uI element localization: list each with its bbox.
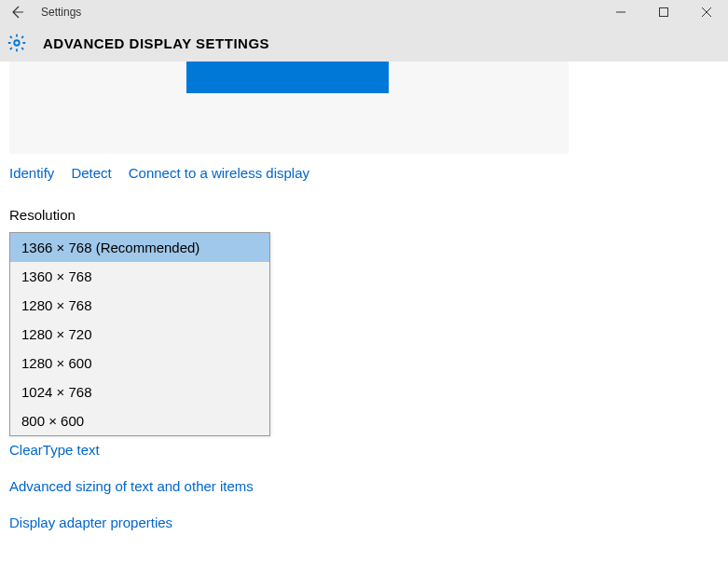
wireless-display-link[interactable]: Connect to a wireless display: [129, 165, 309, 181]
close-button[interactable]: [685, 0, 728, 24]
resolution-option[interactable]: 1280 × 720: [10, 320, 269, 349]
resolution-option[interactable]: 1360 × 768: [10, 262, 269, 291]
settings-gear: [0, 33, 34, 53]
page-header: ADVANCED DISPLAY SETTINGS: [0, 24, 728, 62]
resolution-option[interactable]: 1280 × 600: [10, 349, 269, 378]
detect-link[interactable]: Detect: [71, 165, 111, 181]
identify-link[interactable]: Identify: [9, 165, 54, 181]
back-arrow-icon: [9, 5, 24, 20]
window-controls: [599, 0, 728, 24]
titlebar: Settings: [0, 0, 728, 24]
resolution-option[interactable]: 800 × 600: [10, 406, 269, 435]
advanced-sizing-link[interactable]: Advanced sizing of text and other items: [9, 478, 719, 494]
minimize-button[interactable]: [599, 0, 642, 24]
maximize-button[interactable]: [642, 0, 685, 24]
content-area: Identify Detect Connect to a wireless di…: [0, 62, 728, 530]
display-preview: [9, 62, 569, 154]
page-title: ADVANCED DISPLAY SETTINGS: [43, 35, 269, 51]
back-button[interactable]: [0, 0, 34, 24]
resolution-label: Resolution: [9, 207, 719, 223]
minimize-icon: [616, 7, 625, 17]
maximize-icon: [659, 7, 668, 17]
monitor-thumbnail[interactable]: [186, 62, 389, 93]
svg-point-1: [14, 40, 20, 46]
gear-icon: [7, 33, 27, 53]
resolution-option[interactable]: 1280 × 768: [10, 291, 269, 320]
related-settings: ClearType text Advanced sizing of text a…: [9, 442, 719, 530]
resolution-option[interactable]: 1024 × 768: [10, 378, 269, 406]
window-title: Settings: [41, 6, 81, 19]
display-adapter-link[interactable]: Display adapter properties: [9, 515, 719, 530]
cleartype-link[interactable]: ClearType text: [9, 442, 719, 458]
resolution-option[interactable]: 1366 × 768 (Recommended): [10, 233, 269, 262]
svg-rect-0: [660, 8, 668, 17]
close-icon: [702, 7, 711, 17]
display-actions: Identify Detect Connect to a wireless di…: [9, 165, 719, 181]
resolution-dropdown[interactable]: 1366 × 768 (Recommended) 1360 × 768 1280…: [9, 232, 270, 436]
